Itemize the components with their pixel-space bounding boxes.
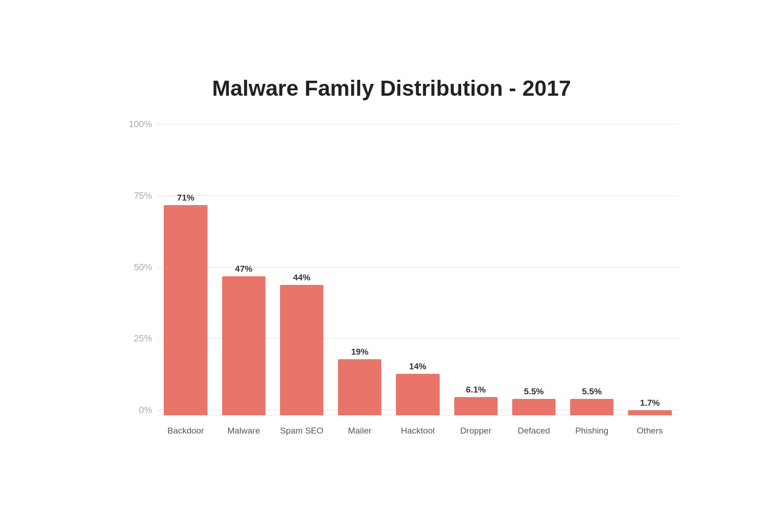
bar — [628, 410, 671, 415]
bar-label: Phishing — [575, 426, 608, 436]
bar-value: 19% — [351, 347, 369, 357]
bar — [338, 359, 381, 416]
bar-value: 71% — [177, 193, 194, 203]
bar-group: 19% Mailer — [331, 119, 389, 415]
bar-label: Spam SEO — [280, 426, 323, 436]
y-axis-label: 50% — [127, 262, 152, 273]
bar-value: 14% — [409, 362, 426, 372]
bar-label: Backdoor — [167, 426, 204, 436]
bar-value: 5.5% — [582, 387, 602, 397]
y-axis-label: 0% — [127, 405, 152, 415]
bar — [570, 399, 613, 415]
bar — [222, 276, 265, 416]
bar-group: 5.5% Defaced — [505, 119, 563, 415]
chart-area: 100% 75% 50% 25% 0% 71% Backdoor 47% Mal… — [104, 119, 679, 438]
bar-value: 47% — [235, 264, 252, 274]
bar-group: 44% Spam SEO — [273, 119, 331, 415]
bar-wrapper: 5.5% — [512, 387, 556, 415]
bar-wrapper: 6.1% — [454, 385, 498, 415]
bar-label: Defaced — [518, 426, 550, 436]
bar-group: 1.7% Others — [621, 119, 679, 415]
bar-wrapper: 14% — [396, 362, 439, 415]
bar-group: 14% Hacktool — [389, 119, 447, 415]
bar-wrapper: 71% — [164, 193, 207, 416]
bar-label: Dropper — [460, 426, 492, 436]
bar-value: 44% — [293, 273, 311, 283]
bar-wrapper: 5.5% — [570, 387, 613, 415]
y-axis-label: 75% — [127, 191, 152, 201]
bar — [396, 374, 439, 415]
bar — [280, 285, 323, 415]
bar-value: 6.1% — [466, 385, 486, 395]
bar-wrapper: 19% — [338, 347, 381, 416]
bar-label: Malware — [227, 426, 260, 436]
chart-title: Malware Family Distribution - 2017 — [104, 76, 679, 101]
bar-value: 1.7% — [640, 398, 660, 408]
bar-value: 5.5% — [524, 387, 544, 397]
bars-area: 71% Backdoor 47% Malware 44% Spam SEO 19… — [157, 119, 679, 415]
bar-group: 6.1% Dropper — [447, 119, 505, 415]
bar-label: Hacktool — [401, 426, 435, 436]
bar — [512, 399, 556, 415]
bar-label: Mailer — [348, 426, 372, 436]
bar-group: 71% Backdoor — [157, 119, 215, 415]
bar-group: 47% Malware — [215, 119, 273, 415]
y-axis-label: 25% — [127, 333, 152, 344]
y-axis-label: 100% — [127, 119, 152, 129]
bar-wrapper: 47% — [222, 264, 265, 416]
chart-container: Malware Family Distribution - 2017 100% … — [68, 57, 706, 475]
bar-wrapper: 1.7% — [628, 398, 671, 415]
bar-group: 5.5% Phishing — [563, 119, 621, 415]
bar-wrapper: 44% — [280, 273, 323, 415]
bar — [454, 397, 498, 415]
bar-label: Others — [637, 426, 663, 436]
bar — [164, 205, 207, 416]
